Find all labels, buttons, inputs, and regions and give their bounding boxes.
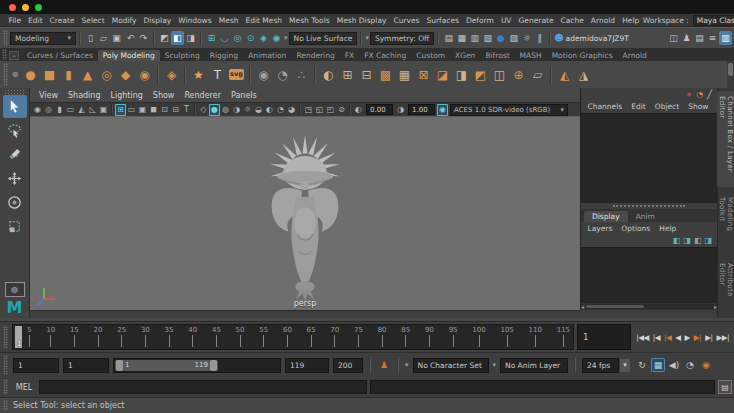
- menu-item[interactable]: Create: [46, 16, 78, 25]
- range-end-handle[interactable]: [210, 360, 217, 371]
- lookthrough-camera-icon[interactable]: ◉: [32, 104, 43, 116]
- shelf-tab[interactable]: Sculpting: [160, 50, 205, 61]
- menu-item[interactable]: Modify: [108, 16, 140, 25]
- bridge-icon[interactable]: ◨: [452, 64, 471, 86]
- new-scene-icon[interactable]: ▯: [84, 31, 97, 45]
- fps-dropdown[interactable]: 24 fps ▾: [582, 358, 631, 373]
- make-live-icon[interactable]: ◉: [270, 31, 283, 45]
- layer-editor-tab[interactable]: Anim: [628, 211, 663, 222]
- rotate-tool[interactable]: [3, 191, 27, 214]
- horizontal-scrollbar[interactable]: ◂ ▸: [581, 303, 717, 310]
- motion-blur-icon[interactable]: ◔: [275, 104, 286, 116]
- exposure-icon[interactable]: ◐: [353, 104, 364, 116]
- channel-box-toggle-icon[interactable]: ▥: [719, 31, 732, 45]
- step-forward-frame-button[interactable]: ▶|: [703, 333, 714, 342]
- command-language-toggle[interactable]: MEL: [12, 383, 36, 392]
- menu-item[interactable]: Cache: [557, 16, 587, 25]
- boolean-icon[interactable]: ◐: [319, 64, 338, 86]
- command-result-field[interactable]: [370, 380, 715, 394]
- menu-item[interactable]: Generate: [515, 16, 557, 25]
- separate-icon[interactable]: ⊟: [357, 64, 376, 86]
- shelf-tab[interactable]: Bifrost: [480, 50, 514, 61]
- shelf-tab[interactable]: Rigging: [205, 50, 243, 61]
- menu-item[interactable]: Curves: [390, 16, 423, 25]
- menu-item[interactable]: Display: [140, 16, 175, 25]
- menu-item[interactable]: Edit: [25, 16, 47, 25]
- fill-hole-icon[interactable]: ◩: [471, 64, 490, 86]
- bevel-icon[interactable]: ◪: [433, 64, 452, 86]
- color-management-icon[interactable]: ◉: [437, 104, 448, 116]
- snap-to-frames-icon[interactable]: ▦: [651, 358, 665, 372]
- step-forward-key-button[interactable]: ▶|: [692, 333, 703, 342]
- menu-item[interactable]: Deform: [462, 16, 497, 25]
- panel-menu-item[interactable]: Show: [148, 91, 180, 100]
- target-weld-icon[interactable]: ⊕: [509, 64, 528, 86]
- drag-handle[interactable]: [3, 30, 8, 46]
- select-object-icon[interactable]: ◧: [171, 31, 184, 45]
- gate-mask-icon[interactable]: ◼: [148, 104, 159, 116]
- channel-graph-icon[interactable]: ╱: [707, 90, 712, 99]
- shelf-icon[interactable]: [550, 66, 552, 84]
- pane-divider[interactable]: [30, 310, 580, 318]
- quad-draw-icon[interactable]: ▱: [528, 64, 547, 86]
- grid-toggle-icon[interactable]: ⊞: [115, 104, 126, 116]
- gamma-icon[interactable]: ◑: [395, 104, 406, 116]
- channel-box-menu-item[interactable]: Show: [684, 102, 713, 111]
- drag-handle[interactable]: [3, 379, 8, 395]
- shelf-editor-gear-icon[interactable]: ⊛: [9, 70, 21, 79]
- snap-to-point-icon[interactable]: ◎: [231, 31, 244, 45]
- chevron-down-icon[interactable]: ▾: [405, 361, 409, 369]
- shadows-icon[interactable]: ◒: [253, 104, 264, 116]
- poly-cylinder-icon[interactable]: ▮: [59, 64, 78, 86]
- sweep-mesh-icon[interactable]: ★: [189, 64, 208, 86]
- set-driven-key-icon[interactable]: ◔: [273, 64, 292, 86]
- play-backwards-button[interactable]: ◀: [673, 333, 682, 342]
- crowd-sim-icon[interactable]: ∴: [292, 64, 311, 86]
- symmetrize-icon[interactable]: ◮: [574, 64, 593, 86]
- chevron-down-icon[interactable]: ▾: [493, 361, 497, 369]
- paste-view-icon[interactable]: ◰: [325, 104, 336, 116]
- menu-item[interactable]: Help: [619, 16, 643, 25]
- snapshot-icon[interactable]: ▣: [98, 104, 109, 116]
- field-chart-icon[interactable]: ⊡: [159, 104, 170, 116]
- layer-option-icon-4[interactable]: ◨: [704, 236, 712, 245]
- viewport-canvas[interactable]: persp: [30, 116, 580, 310]
- single-pane-layout-button[interactable]: ◍: [5, 282, 25, 297]
- shelf-tab[interactable]: Rendering: [291, 50, 339, 61]
- poly-torus-icon[interactable]: ◎: [97, 64, 116, 86]
- sidebar-vertical-tab[interactable]: Modeling Toolkit: [717, 192, 734, 254]
- textured-icon[interactable]: ◑: [231, 104, 242, 116]
- ipr-render-icon[interactable]: ▥: [468, 31, 481, 45]
- tool-settings-toggle-icon[interactable]: ≡: [706, 31, 719, 45]
- bookmark-icon[interactable]: ▮: [54, 104, 65, 116]
- menu-item[interactable]: Edit Mesh: [242, 16, 286, 25]
- construction-plane-icon[interactable]: ◉: [254, 64, 273, 86]
- render-settings-icon[interactable]: ▨: [507, 31, 520, 45]
- shelf-icon[interactable]: [249, 66, 251, 84]
- shelf-minimize-button[interactable]: –: [9, 51, 19, 60]
- close-window-button[interactable]: [9, 4, 16, 11]
- drag-handle[interactable]: [2, 49, 7, 60]
- live-surface-field[interactable]: No Live Surface: [289, 32, 358, 45]
- workspace-dropdown[interactable]: Maya Classic* ▾: [693, 15, 734, 26]
- shelf-tab[interactable]: Poly Modeling: [98, 50, 160, 61]
- menu-item[interactable]: Mesh: [215, 16, 242, 25]
- grease-pencil-icon[interactable]: ◺: [87, 104, 98, 116]
- panel-menu-item[interactable]: Shading: [63, 91, 106, 100]
- modeling-toolkit-toggle-icon[interactable]: ◫: [667, 31, 680, 45]
- symmetry-field[interactable]: Symmetry: Off: [370, 32, 434, 45]
- snap-to-view-plane-icon[interactable]: ◈: [257, 31, 270, 45]
- account-chip[interactable]: ☻ ademidova7JZ9T: [554, 33, 629, 43]
- copy-view-icon[interactable]: ◱: [314, 104, 325, 116]
- playback-range[interactable]: 1 119: [115, 360, 218, 371]
- drag-handle[interactable]: [3, 326, 8, 348]
- drag-handle[interactable]: [4, 89, 26, 94]
- range-start-handle[interactable]: [116, 360, 123, 371]
- playback-end-field[interactable]: 119: [285, 358, 329, 373]
- isolate-select-icon[interactable]: ◳: [303, 104, 314, 116]
- gamma-field[interactable]: 1.00: [408, 104, 435, 115]
- sidebar-vertical-tab[interactable]: Attribute Editor: [717, 258, 734, 318]
- play-forwards-button[interactable]: ▶: [683, 333, 692, 342]
- render-current-frame-icon[interactable]: ▦: [455, 31, 468, 45]
- move-tool[interactable]: [3, 167, 27, 190]
